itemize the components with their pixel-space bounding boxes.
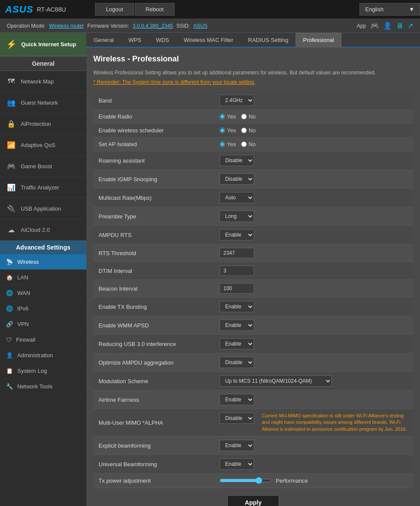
tab-professional[interactable]: Professional <box>296 33 341 48</box>
op-mode-value[interactable]: Wireless router <box>49 23 84 29</box>
ssid-value[interactable]: ASUS <box>194 23 208 29</box>
table-row: Tx power adjustment Performance <box>93 474 413 488</box>
rts-threshold-input[interactable] <box>220 248 254 258</box>
monitor-icon[interactable]: 🖥 <box>396 22 403 30</box>
sidebar-item-lan[interactable]: 🏠 LAN <box>0 270 86 285</box>
radio-no-input[interactable] <box>241 141 247 147</box>
radio-yes-label[interactable]: Yes <box>220 141 236 147</box>
setting-label-explicit-beamforming: Explicit beamforming <box>93 436 214 455</box>
usb-interference-select[interactable]: Enable Disable <box>220 338 254 349</box>
setting-label-ampdu-agg: Optimize AMPDU aggregation <box>93 353 214 372</box>
header-buttons: Logout Reboot <box>95 3 175 16</box>
setting-control-rts-threshold <box>214 244 413 262</box>
sidebar-item-firewall[interactable]: 🛡 Firewall <box>0 332 86 348</box>
radio-no-input[interactable] <box>241 114 247 119</box>
explicit-beamforming-select[interactable]: Enable Disable <box>220 440 254 451</box>
share-icon[interactable]: ↗ <box>407 22 413 30</box>
roaming-select[interactable]: Disable Enable <box>220 155 254 166</box>
gamepad-icon[interactable]: 🎮 <box>370 22 379 30</box>
radio-yes-label[interactable]: Yes <box>220 127 236 134</box>
main-content: General WPS WDS Wireless MAC Filter RADI… <box>86 33 420 506</box>
reboot-button[interactable]: Reboot <box>135 3 175 16</box>
tx-power-slider[interactable] <box>220 477 271 484</box>
sidebar-item-label: WAN <box>17 290 30 296</box>
wan-icon: 🌐 <box>6 290 13 296</box>
sidebar-item-guest-network[interactable]: 👥 Guest Network <box>0 92 86 113</box>
sidebar-item-network-map[interactable]: 🗺 Network Map <box>0 71 86 92</box>
sidebar-item-vpn[interactable]: 🔗 VPN <box>0 317 86 332</box>
tx-bursting-select[interactable]: Enable Disable <box>220 301 254 312</box>
sidebar-item-label: Guest Network <box>21 99 58 106</box>
language-selector[interactable]: English ▼ <box>360 3 420 16</box>
radio-no-label[interactable]: No <box>241 141 256 147</box>
quick-internet-setup[interactable]: ⚡ Quick Internet Setup <box>0 33 86 56</box>
sidebar-item-aiprotection[interactable]: 🔒 AiProtection <box>0 113 86 135</box>
tab-general[interactable]: General <box>86 33 121 47</box>
sidebar-item-administration[interactable]: 👤 Administration <box>0 348 86 363</box>
mu-mimo-note: Current MU-MIMO specification is still u… <box>262 413 408 432</box>
preamble-select[interactable]: Long Short <box>220 211 254 222</box>
igmp-select[interactable]: Disable Enable <box>220 173 254 185</box>
sidebar-item-label: AiProtection <box>21 121 51 127</box>
table-row: Airtime Fairness Enable Disable <box>93 391 413 409</box>
apply-button[interactable]: Apply <box>227 495 280 506</box>
setting-control-beacon <box>214 280 413 298</box>
tab-wds[interactable]: WDS <box>149 33 176 47</box>
ampdu-rts-select[interactable]: Enable Disable <box>220 229 254 240</box>
band-select[interactable]: 2.4GHz 5GHz <box>220 95 254 106</box>
radio-yes-input[interactable] <box>220 114 225 119</box>
sidebar-item-adaptive-qos[interactable]: 📶 Adaptive QoS <box>0 135 86 156</box>
sidebar-item-label: Traffic Analyzer <box>21 184 59 191</box>
setting-control-wireless-scheduler: Yes No <box>214 124 413 138</box>
guest-network-icon: 👥 <box>6 97 16 108</box>
radio-no-label[interactable]: No <box>241 113 256 120</box>
multicast-select[interactable]: Auto 1 2 <box>220 192 254 203</box>
setting-label-universal-beamforming: Universal Beamforming <box>93 455 214 474</box>
table-row: Preamble Type Long Short <box>93 207 413 226</box>
sidebar-item-aicloud[interactable]: ☁ AiCloud 2.0 <box>0 219 86 240</box>
sidebar-item-system-log[interactable]: 📋 System Log <box>0 363 86 379</box>
setting-control-ampdu-rts: Enable Disable <box>214 226 413 244</box>
radio-no-label[interactable]: No <box>241 127 256 134</box>
tab-wps[interactable]: WPS <box>121 33 149 47</box>
setting-control-enable-radio: Yes No <box>214 110 413 124</box>
mu-mimo-select[interactable]: Disable Enable <box>220 413 254 424</box>
firmware-version[interactable]: 3.0.0.4.380_2345 <box>133 23 173 29</box>
sidebar-item-ipv6[interactable]: 🌐 IPv6 <box>0 301 86 317</box>
traffic-analyzer-icon: 📊 <box>6 182 16 192</box>
layout: ⚡ Quick Internet Setup General 🗺 Network… <box>0 33 420 506</box>
setting-label-enable-radio: Enable Radio <box>93 110 214 124</box>
tx-power-label: Performance <box>276 477 308 484</box>
sidebar-item-game-boost[interactable]: 🎮 Game Boost <box>0 156 86 177</box>
modulation-select[interactable]: Up to MCS 11 (NitroQAM/1024-QAM) Up to M… <box>220 375 332 387</box>
sidebar-item-label: AiCloud 2.0 <box>21 227 50 233</box>
radio-no-input[interactable] <box>241 128 247 133</box>
universal-beamforming-select[interactable]: Enable Disable <box>220 458 254 470</box>
user-icon[interactable]: 👤 <box>383 22 392 30</box>
setting-control-tx-bursting: Enable Disable <box>214 298 413 316</box>
setting-control-usb-interference: Enable Disable <box>214 335 413 353</box>
airtime-select[interactable]: Enable Disable <box>220 394 254 405</box>
sidebar-item-usb-application[interactable]: 🔌 USB Application <box>0 198 86 219</box>
radio-yes-label[interactable]: Yes <box>220 113 236 120</box>
tab-radius-setting[interactable]: RADIUS Setting <box>241 33 296 47</box>
sidebar-item-label: VPN <box>17 321 29 327</box>
ampdu-agg-select[interactable]: Disable Enable <box>220 357 254 368</box>
setting-label-tx-bursting: Enable TX Bursting <box>93 298 214 316</box>
sidebar-item-network-tools[interactable]: 🔧 Network Tools <box>0 379 86 394</box>
ipv6-icon: 🌐 <box>6 305 13 312</box>
wmm-apsd-select[interactable]: Enable Disable <box>220 320 254 331</box>
sidebar-item-label: Wireless <box>17 259 39 265</box>
tab-wireless-mac-filter[interactable]: Wireless MAC Filter <box>176 33 241 47</box>
logout-button[interactable]: Logout <box>95 3 134 16</box>
table-row: RTS Threshold <box>93 244 413 262</box>
sidebar-item-wan[interactable]: 🌐 WAN <box>0 285 86 301</box>
sidebar-item-wireless[interactable]: 📡 Wireless <box>0 254 86 270</box>
sidebar-item-traffic-analyzer[interactable]: 📊 Traffic Analyzer <box>0 177 86 198</box>
radio-yes-input[interactable] <box>220 141 225 147</box>
table-row: Roaming assistant Disable Enable <box>93 151 413 170</box>
dtim-interval-input[interactable] <box>220 266 254 276</box>
radio-yes-input[interactable] <box>220 128 225 133</box>
wireless-icon: 📡 <box>6 259 13 265</box>
beacon-interval-input[interactable] <box>220 283 254 294</box>
